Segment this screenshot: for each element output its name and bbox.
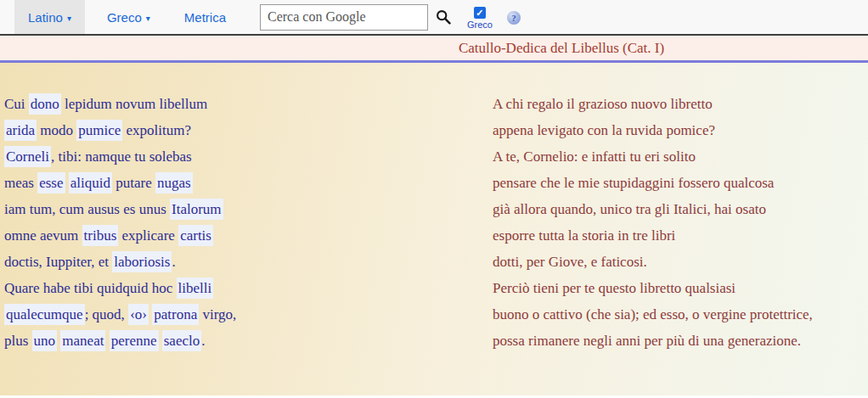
latin-line: Cui dono lepidum novum libellum bbox=[4, 91, 236, 117]
latin-text: iam tum, cum ausus es unus bbox=[4, 201, 170, 217]
latin-word-link[interactable]: dono bbox=[29, 93, 61, 115]
latin-word-link[interactable]: uno bbox=[32, 330, 58, 351]
nav-menu-latino-label: Latino bbox=[28, 10, 63, 25]
latin-word-link[interactable]: arida bbox=[4, 120, 37, 141]
latin-text: ; quod, bbox=[85, 306, 128, 322]
italian-line: già allora quando, unico tra gli Italici… bbox=[493, 196, 813, 222]
latin-word-link[interactable]: Italorum bbox=[170, 199, 223, 220]
latin-text: expolitum? bbox=[122, 122, 191, 138]
italian-line: Perciò tieni per te questo libretto qual… bbox=[493, 275, 813, 301]
latin-line: Corneli, tibi: namque tu solebas bbox=[4, 143, 236, 170]
latin-word-link[interactable]: cartis bbox=[178, 225, 213, 246]
italian-line: pensare che le mie stupidaggini fossero … bbox=[493, 170, 813, 196]
nav-menu-greco[interactable]: Greco ▾ bbox=[95, 0, 162, 34]
latin-text: plus bbox=[4, 333, 32, 349]
clipped-dropdown-caret-icon[interactable]: ▾ bbox=[0, 11, 3, 23]
latin-word-link[interactable]: qualecumque bbox=[4, 304, 85, 325]
title-bar: Catullo-Dedica del Libellus (Cat. I) bbox=[0, 36, 868, 63]
greco-checkbox-group: ✓ Greco bbox=[467, 7, 493, 30]
nav-link-metrica[interactable]: Metrica bbox=[172, 0, 238, 34]
chevron-down-icon: ▾ bbox=[146, 12, 150, 23]
nav-menu-latino[interactable]: Latino ▾ bbox=[14, 0, 85, 34]
latin-word-link[interactable]: maneat bbox=[60, 330, 105, 351]
italian-line: A te, Cornelio: e infatti tu eri solito bbox=[493, 143, 813, 170]
latin-text: virgo, bbox=[199, 306, 236, 322]
chevron-down-icon: ▾ bbox=[67, 12, 71, 23]
latin-word-link[interactable]: patrona bbox=[152, 304, 199, 325]
latin-text: omne aevum bbox=[4, 227, 82, 244]
latin-line: doctis, Iuppiter, et laboriosis. bbox=[4, 249, 236, 275]
latin-word-link[interactable]: aliquid bbox=[69, 172, 112, 193]
page-title: Catullo-Dedica del Libellus (Cat. I) bbox=[459, 40, 664, 57]
search-icon[interactable] bbox=[436, 9, 451, 25]
italian-line: possa rimanere negli anni per più di una… bbox=[493, 328, 813, 354]
latin-text: . bbox=[172, 254, 175, 270]
latin-line: meas esse aliquid putare nugas bbox=[4, 170, 236, 196]
latin-word-link[interactable]: laboriosis bbox=[112, 251, 172, 272]
latin-text: meas bbox=[4, 175, 37, 191]
latin-word-link[interactable]: ‹o› bbox=[128, 304, 149, 325]
poem-content-area: Cui dono lepidum novum libellumarida mod… bbox=[0, 63, 868, 395]
latin-line: iam tum, cum ausus es unus Italorum bbox=[4, 196, 236, 222]
search-input[interactable] bbox=[260, 4, 428, 31]
help-icon[interactable]: ? bbox=[507, 11, 521, 25]
italian-line: A chi regalo il grazioso nuovo libretto bbox=[493, 91, 813, 117]
latin-line: Quare habe tibi quidquid hoc libelli bbox=[4, 275, 236, 301]
latin-text: explicare bbox=[118, 227, 178, 244]
nav-link-metrica-label: Metrica bbox=[184, 10, 226, 25]
latin-word-link[interactable]: esse bbox=[37, 172, 65, 193]
latin-text: putare bbox=[112, 175, 155, 191]
latin-text: Quare habe tibi quidquid hoc bbox=[4, 280, 177, 296]
latin-text: doctis, Iuppiter, et bbox=[4, 254, 112, 270]
latin-text: . bbox=[201, 333, 205, 349]
latin-line: qualecumque; quod, ‹o› patrona virgo, bbox=[4, 301, 236, 328]
latin-word-link[interactable]: saeclo bbox=[162, 330, 201, 351]
latin-word-link[interactable]: Corneli bbox=[4, 146, 51, 167]
latin-line: arida modo pumice expolitum? bbox=[4, 117, 236, 143]
latin-word-link[interactable]: pumice bbox=[76, 120, 122, 141]
latin-text: Cui bbox=[4, 96, 29, 112]
latin-text: lepidum novum libellum bbox=[61, 96, 207, 112]
greco-checkbox-label: Greco bbox=[467, 20, 493, 30]
latin-word-link[interactable]: tribus bbox=[82, 225, 119, 246]
nav-menu-greco-label: Greco bbox=[107, 10, 142, 25]
latin-word-link[interactable]: nugas bbox=[155, 172, 193, 193]
google-search-group bbox=[260, 4, 451, 31]
italian-line: esporre tutta la storia in tre libri bbox=[493, 222, 813, 249]
latin-text: , tibi: namque tu solebas bbox=[51, 149, 192, 165]
italian-line: dotti, per Giove, e faticosi. bbox=[493, 249, 813, 275]
latin-text: modo bbox=[37, 122, 76, 138]
latin-word-link[interactable]: libelli bbox=[177, 277, 214, 299]
latin-word-link[interactable]: perenne bbox=[110, 330, 159, 351]
italian-column: A chi regalo il grazioso nuovo librettoa… bbox=[493, 91, 813, 354]
italian-line: buono o cattivo (che sia); ed esso, o ve… bbox=[493, 301, 813, 328]
latin-column: Cui dono lepidum novum libellumarida mod… bbox=[4, 91, 236, 354]
latin-line: plus uno maneat perenne saeclo. bbox=[4, 328, 236, 354]
italian-line: appena levigato con la ruvida pomice? bbox=[493, 117, 813, 143]
latin-line: omne aevum tribus explicare cartis bbox=[4, 222, 236, 249]
top-navbar: ▾ Latino ▾ Greco ▾ Metrica ✓ Greco ? bbox=[0, 0, 868, 36]
greco-checkbox[interactable]: ✓ bbox=[474, 7, 486, 19]
